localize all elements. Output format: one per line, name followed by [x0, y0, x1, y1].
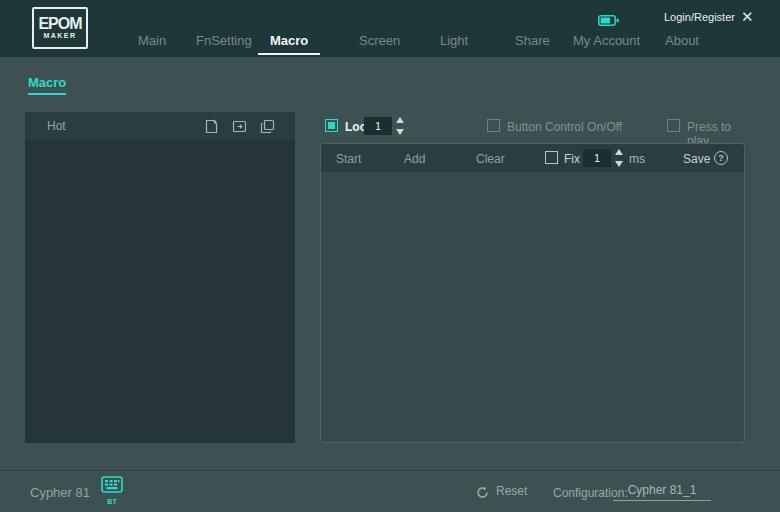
hot-panel-title: Hot: [47, 119, 204, 133]
fix-delay-checkbox[interactable]: [545, 151, 558, 164]
fix-step-up-icon[interactable]: [615, 149, 623, 155]
tab-macro[interactable]: Macro: [270, 33, 308, 48]
fix-step-down-icon[interactable]: [615, 161, 623, 167]
clear-button[interactable]: Clear: [476, 152, 505, 166]
reset-button[interactable]: Reset: [476, 484, 527, 498]
keyboard-icon: [101, 479, 123, 496]
macro-event-list: [321, 172, 744, 442]
bt-connection-badge: BT: [100, 498, 124, 505]
tab-screen[interactable]: Screen: [359, 33, 400, 48]
configuration-name-input[interactable]: [613, 479, 711, 501]
device-name: Cypher 81: [30, 485, 90, 500]
tab-fnsetting[interactable]: FnSetting: [196, 33, 252, 48]
hot-macro-panel: Hot: [25, 112, 295, 443]
loop-options-bar: Loop Button Control On/Off Press to play: [318, 112, 745, 140]
hot-panel-toolbar: [204, 119, 295, 134]
import-macro-icon[interactable]: [232, 119, 247, 134]
device-connection-button[interactable]: BT: [100, 476, 124, 505]
fix-delay-stepper: [615, 149, 624, 167]
reset-icon: [476, 485, 489, 498]
loop-step-up-icon[interactable]: [396, 117, 404, 123]
save-button[interactable]: Save: [683, 152, 710, 166]
macro-event-panel: Start Add Clear Fix ms Save ?: [320, 143, 745, 443]
loop-step-down-icon[interactable]: [396, 129, 404, 135]
start-record-button[interactable]: Start: [336, 152, 361, 166]
loop-checkbox[interactable]: [325, 119, 338, 132]
fix-delay-label: Fix: [564, 152, 580, 166]
logo-text-top: EPOM: [38, 16, 81, 32]
epomaker-logo: EPOM MAKER: [32, 7, 88, 49]
battery-icon: [598, 12, 619, 30]
loop-count-input[interactable]: [364, 117, 392, 135]
tab-my-account[interactable]: My Account: [573, 33, 640, 48]
epomaker-app: EPOM MAKER Main FnSetting Macro Screen L…: [0, 0, 780, 512]
login-register-link[interactable]: Login/Register: [664, 11, 735, 23]
tab-share[interactable]: Share: [515, 33, 550, 48]
tab-light[interactable]: Light: [440, 33, 468, 48]
tab-main[interactable]: Main: [138, 33, 166, 48]
reset-label: Reset: [496, 484, 527, 498]
page-title: Macro: [28, 75, 66, 95]
hot-macro-list: [25, 140, 295, 443]
button-control-checkbox[interactable]: [487, 119, 500, 132]
fix-delay-unit: ms: [629, 152, 645, 166]
logo-text-bottom: MAKER: [43, 32, 76, 40]
macro-event-toolbar: Start Add Clear Fix ms Save ?: [321, 144, 744, 172]
title-bar: EPOM MAKER Main FnSetting Macro Screen L…: [0, 0, 780, 57]
press-to-play-checkbox[interactable]: [667, 119, 680, 132]
status-bar: Cypher 81 BT: [0, 470, 780, 512]
new-macro-icon[interactable]: [204, 119, 219, 134]
close-icon[interactable]: ✕: [741, 8, 754, 26]
hot-panel-header: Hot: [25, 112, 295, 140]
copy-macro-icon[interactable]: [260, 119, 275, 134]
fix-delay-input[interactable]: [583, 149, 611, 167]
add-button[interactable]: Add: [404, 152, 425, 166]
tab-about[interactable]: About: [665, 33, 699, 48]
button-control-label: Button Control On/Off: [507, 120, 622, 134]
help-icon[interactable]: ?: [714, 151, 728, 165]
loop-count-stepper: [396, 117, 405, 135]
